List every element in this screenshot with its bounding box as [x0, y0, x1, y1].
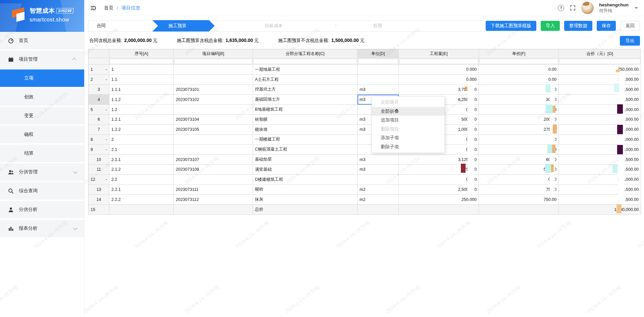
row-number-cell[interactable]: 2-	[89, 75, 109, 85]
cell-code[interactable]	[174, 65, 253, 75]
cell-unit[interactable]: m3	[358, 165, 399, 175]
column-header[interactable]: 单位[D]	[358, 49, 399, 58]
column-header[interactable]: 分部分项工程名称[C]	[253, 49, 358, 58]
cell-unit[interactable]: m3	[358, 85, 399, 95]
sidebar-item-supplier-mgmt[interactable]: 分供管理	[0, 163, 84, 181]
cell-total[interactable]: 187,500.00	[559, 165, 641, 175]
column-header[interactable]: 序号[A]	[109, 49, 174, 58]
cell-qty[interactable]: 2,500.000	[399, 185, 479, 195]
cell-price[interactable]	[479, 205, 559, 215]
cell-name[interactable]: C钢筋混凝土工程	[253, 145, 358, 155]
row-number-cell[interactable]: 15	[89, 205, 109, 215]
sidebar-item-supplier-analysis[interactable]: 分供分析	[0, 201, 84, 218]
row-number-cell[interactable]: 9-	[89, 145, 109, 155]
user-info[interactable]: heshengchun 何升纯	[599, 2, 629, 13]
sidebar-item-home[interactable]: 首页	[0, 32, 84, 49]
collapse-toggle[interactable]: -	[106, 147, 107, 152]
cell-name[interactable]: A土石方工程	[253, 75, 358, 85]
cell-unit[interactable]	[358, 205, 399, 215]
cell-unit[interactable]: m2	[358, 185, 399, 195]
cell-name[interactable]: 砌砖	[253, 185, 358, 195]
row-number-cell[interactable]: 14	[89, 195, 109, 205]
cell-price[interactable]: 0	[479, 135, 559, 145]
cell-price[interactable]: 0	[479, 145, 559, 155]
cell-code[interactable]: 2023073111	[174, 185, 253, 195]
context-menu-item-delete-child[interactable]: 删除子项	[372, 143, 444, 152]
cell-code[interactable]	[174, 205, 253, 215]
tab-construction-budget[interactable]: 施工预算	[152, 20, 215, 32]
cell-unit[interactable]: m3	[358, 155, 399, 165]
cell-name[interactable]: 一期楼建工程	[253, 135, 358, 145]
cell-seq[interactable]: 1	[109, 65, 174, 75]
cell-price[interactable]: 75.00	[479, 185, 559, 195]
cell-total[interactable]: 275,000.00	[559, 125, 641, 135]
cell-name[interactable]: 满堂基础	[253, 165, 358, 175]
cell-name[interactable]: B地基砌筑工程	[253, 105, 358, 115]
cell-qty[interactable]: 3,125.000	[399, 155, 479, 165]
cell-code[interactable]: 2023073102	[174, 95, 253, 105]
cell-seq[interactable]	[109, 205, 174, 215]
cell-qty[interactable]: 375.000	[399, 165, 479, 175]
cell-name[interactable]: 总价	[253, 205, 358, 215]
filter-input[interactable]	[253, 59, 357, 64]
tidy-data-button[interactable]: 整理数据	[564, 21, 592, 31]
column-header[interactable]: 单价[F]	[479, 49, 559, 58]
cell-seq[interactable]: 1.1	[109, 75, 174, 85]
cell-seq[interactable]: 1.2.1	[109, 115, 174, 125]
tab-contract[interactable]: 合同	[89, 23, 152, 29]
breadcrumb-home[interactable]: 首页	[104, 5, 113, 11]
tab-target-cost[interactable]: 目标成本	[215, 23, 333, 29]
cell-price[interactable]: 0.00	[479, 75, 559, 85]
column-header[interactable]: 项目编码[B]	[174, 49, 253, 58]
cell-price[interactable]: 0.00	[479, 175, 559, 185]
cell-qty[interactable]: 250.000	[399, 195, 479, 205]
cell-name[interactable]: 砌块墙	[253, 125, 358, 135]
cell-name[interactable]: 抹灰	[253, 195, 358, 205]
cell-total[interactable]: 375,000.00	[559, 145, 641, 155]
row-number-cell[interactable]: 13	[89, 185, 109, 195]
row-number-cell[interactable]: 1-	[89, 65, 109, 75]
row-number-cell[interactable]: 4	[89, 95, 109, 105]
row-number-cell[interactable]: 12-	[89, 175, 109, 185]
row-number-cell[interactable]: 8-	[89, 135, 109, 145]
cell-name[interactable]: D楼建砌筑工程	[253, 175, 358, 185]
cell-seq[interactable]: 2.1.2	[109, 165, 174, 175]
cell-total[interactable]: 187,500.00	[559, 185, 641, 195]
context-menu-item-collapse-all[interactable]: 全部折叠	[372, 107, 444, 116]
sidebar-item-settlement[interactable]: 结算	[0, 145, 84, 162]
cell-price[interactable]: 275.00	[479, 125, 559, 135]
cell-seq[interactable]: 1.1.2	[109, 95, 174, 105]
cell-total[interactable]: 187,500.00	[559, 155, 641, 165]
collapse-toggle[interactable]: -	[106, 67, 107, 72]
filter-input[interactable]	[174, 59, 252, 64]
collapse-toggle[interactable]: -	[106, 107, 107, 112]
cell-total[interactable]: 187,500.00	[559, 195, 641, 205]
cell-total[interactable]: 750,000.00	[559, 65, 641, 75]
row-number-cell[interactable]: 3	[89, 85, 109, 95]
cell-total[interactable]: 375,000.00	[559, 105, 641, 115]
sidebar-item-report-analysis[interactable]: 报表分析	[0, 220, 84, 237]
filter-input[interactable]	[479, 59, 558, 64]
cell-qty[interactable]: 0.000	[399, 75, 479, 85]
cell-code[interactable]	[174, 135, 253, 145]
tab-permission[interactable]: 权限	[337, 23, 419, 29]
cell-price[interactable]: 200.00	[479, 115, 559, 125]
cell-seq[interactable]: 2.2.1	[109, 185, 174, 195]
cell-code[interactable]	[174, 105, 253, 115]
cell-code[interactable]: 2023073104	[174, 115, 253, 125]
cell-total[interactable]: 375,000.00	[559, 175, 641, 185]
sidebar-item-comprehensive-query[interactable]: 综合查询	[0, 182, 84, 200]
sidebar-item-confirm-rights[interactable]: 确权	[0, 126, 84, 143]
cell-code[interactable]: 2023073101	[174, 85, 253, 95]
cell-price[interactable]: 750.00	[479, 195, 559, 205]
cell-code[interactable]: 2023073107	[174, 155, 253, 165]
cell-name[interactable]: 基础垫层	[253, 155, 358, 165]
fullscreen-icon[interactable]	[570, 5, 576, 11]
cell-name[interactable]: 砖胎膜	[253, 115, 358, 125]
row-number-cell[interactable]: 5-	[89, 105, 109, 115]
user-menu-caret-icon[interactable]	[635, 7, 638, 9]
cell-code[interactable]	[174, 145, 253, 155]
row-number-cell[interactable]: 7	[89, 125, 109, 135]
cell-total[interactable]: 1,500,000.00	[559, 205, 641, 215]
cell-code[interactable]: 2023073108	[174, 165, 253, 175]
